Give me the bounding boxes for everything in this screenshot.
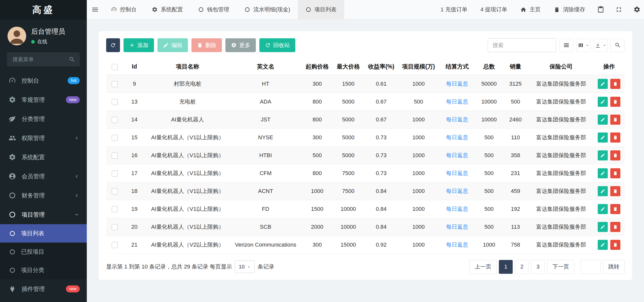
brand-logo[interactable]: 高盛	[0, 0, 87, 20]
column-header[interactable]: 项目名称	[146, 59, 230, 75]
sidebar-item-category[interactable]: 分类管理	[0, 109, 87, 128]
row-delete-button[interactable]	[610, 97, 620, 107]
column-header[interactable]: 收益率(%)	[364, 59, 398, 75]
row-checkbox[interactable]	[112, 188, 118, 194]
recycle-bin-button[interactable]: 回收站	[259, 38, 295, 52]
column-header[interactable]: 操作	[593, 59, 625, 75]
settle-method-link[interactable]: 每日返息	[446, 98, 468, 105]
page-size-select[interactable]: 10	[235, 260, 255, 273]
row-checkbox[interactable]	[112, 81, 118, 87]
row-delete-button[interactable]	[610, 240, 620, 250]
row-checkbox[interactable]	[112, 206, 118, 212]
row-delete-button[interactable]	[610, 222, 620, 232]
topbar-home[interactable]: 主页	[514, 0, 547, 19]
page-button-3[interactable]: 3	[531, 260, 545, 274]
column-header[interactable]: 总数	[476, 59, 502, 75]
settle-method-link[interactable]: 每日返息	[446, 81, 468, 87]
sidebar-item-dashboard[interactable]: 控制台hot	[0, 71, 87, 90]
column-header[interactable]: 项目规模(万)	[398, 59, 438, 75]
settle-method-link[interactable]: 每日返息	[446, 242, 468, 248]
row-edit-button[interactable]	[598, 150, 608, 160]
row-edit-button[interactable]	[598, 79, 608, 89]
sidebar-item-finance[interactable]: 财务管理	[0, 186, 87, 205]
row-delete-button[interactable]	[610, 204, 620, 214]
columns-button[interactable]	[576, 39, 590, 52]
select-all-checkbox[interactable]	[112, 64, 118, 70]
jump-page-input[interactable]	[581, 260, 601, 274]
row-checkbox[interactable]	[112, 135, 118, 141]
row-edit-button[interactable]	[598, 186, 608, 196]
topbar-withdraw-orders[interactable]: 4 提现订单	[474, 0, 514, 19]
sidebar-toggle-button[interactable]	[87, 0, 103, 19]
settle-method-link[interactable]: 每日返息	[446, 170, 468, 176]
tab-config[interactable]: 系统配置	[144, 0, 190, 19]
page-button-1[interactable]: 1	[499, 260, 513, 274]
column-header[interactable]: 保险公司	[529, 59, 594, 75]
tab-dashboard[interactable]: 控制台	[103, 0, 144, 19]
row-delete-button[interactable]	[610, 150, 620, 160]
row-edit-button[interactable]	[598, 115, 608, 125]
clipboard-button[interactable]	[592, 0, 610, 19]
common-search-toggle-button[interactable]	[559, 39, 573, 52]
row-delete-button[interactable]	[610, 186, 620, 196]
more-button[interactable]: 更多	[225, 38, 256, 52]
row-edit-button[interactable]	[598, 168, 608, 178]
column-header[interactable]: Id	[123, 59, 146, 75]
cell-scale: 1000	[398, 182, 438, 200]
column-header[interactable]: 结算方式	[438, 59, 476, 75]
row-checkbox[interactable]	[112, 117, 118, 123]
table-search-input[interactable]	[488, 38, 556, 52]
row-edit-button[interactable]	[598, 204, 608, 214]
fullscreen-button[interactable]	[610, 0, 628, 19]
settle-method-link[interactable]: 每日返息	[446, 116, 468, 123]
row-edit-button[interactable]	[598, 97, 608, 107]
sidebar-item-project[interactable]: 项目管理	[0, 205, 87, 224]
settle-method-link[interactable]: 每日返息	[446, 206, 468, 212]
tab-wallet[interactable]: 钱包管理	[190, 0, 237, 19]
settle-method-link[interactable]: 每日返息	[446, 224, 468, 230]
row-delete-button[interactable]	[610, 115, 620, 125]
search-button[interactable]	[611, 39, 625, 52]
tab-project-list[interactable]: 项目列表	[298, 0, 344, 19]
row-delete-button[interactable]	[610, 168, 620, 178]
settings-button[interactable]	[628, 0, 644, 19]
column-header[interactable]: 最大价格	[333, 59, 364, 75]
jump-button[interactable]: 跳转	[603, 260, 625, 274]
delete-button[interactable]: 删除	[191, 38, 222, 52]
topbar-recharge-orders[interactable]: 1 充值订单	[434, 0, 474, 19]
refresh-button[interactable]	[106, 38, 120, 52]
tab-money-flow[interactable]: 流水明细(现金)	[237, 0, 298, 19]
sidebar-item-general[interactable]: 常规管理new	[0, 90, 87, 109]
row-checkbox[interactable]	[112, 171, 118, 177]
column-header[interactable]: 起购价格	[302, 59, 333, 75]
column-header[interactable]: 英文名	[229, 59, 301, 75]
column-header[interactable]: 销量	[502, 59, 529, 75]
edit-button[interactable]: 编辑	[157, 38, 188, 52]
sidebar-item-project-category[interactable]: 项目分类	[0, 261, 87, 279]
row-edit-button[interactable]	[598, 222, 608, 232]
page-button-2[interactable]: 2	[515, 260, 529, 274]
settle-method-link[interactable]: 每日返息	[446, 188, 468, 194]
row-edit-button[interactable]	[598, 132, 608, 143]
row-edit-button[interactable]	[598, 240, 608, 250]
sidebar-item-auth[interactable]: 权限管理	[0, 128, 87, 148]
sidebar-item-addon[interactable]: 插件管理new	[0, 279, 87, 298]
export-button[interactable]	[593, 39, 608, 52]
row-checkbox[interactable]	[112, 99, 118, 105]
sidebar-item-member[interactable]: 会员管理	[0, 167, 87, 186]
topbar-clear-cache[interactable]: 清除缓存	[547, 0, 592, 19]
row-checkbox[interactable]	[112, 153, 118, 159]
sidebar-item-project-list[interactable]: 项目列表	[0, 224, 87, 243]
settle-method-link[interactable]: 每日返息	[446, 134, 468, 141]
sidebar-item-invested-projects[interactable]: 已投项目	[0, 243, 87, 261]
row-delete-button[interactable]	[610, 79, 620, 89]
row-checkbox[interactable]	[112, 242, 118, 248]
add-button[interactable]: 添加	[124, 38, 154, 52]
next-page-button[interactable]: 下一页	[547, 260, 574, 274]
avatar[interactable]	[8, 27, 26, 45]
sidebar-item-config[interactable]: 系统配置	[0, 148, 87, 167]
prev-page-button[interactable]: 上一页	[469, 260, 497, 274]
row-delete-button[interactable]	[610, 132, 620, 143]
settle-method-link[interactable]: 每日返息	[446, 152, 468, 158]
row-checkbox[interactable]	[112, 224, 118, 230]
